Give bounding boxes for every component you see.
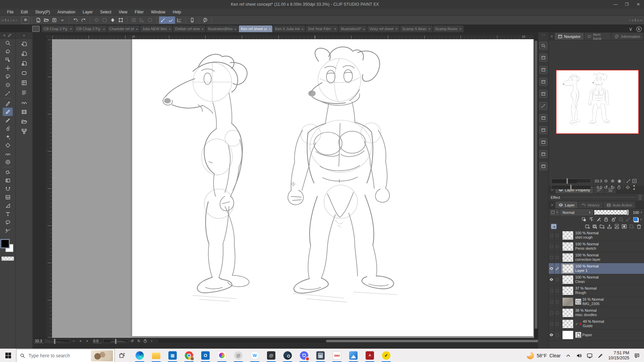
- doc-tab-charlotte-ref-she[interactable]: Charlotte ref she●: [107, 25, 140, 32]
- layer-visible-eye-icon[interactable]: [549, 329, 554, 340]
- taskbar-app-creative-cloud[interactable]: [214, 349, 230, 362]
- spiral-icon[interactable]: [21, 16, 29, 24]
- layer-hidden-eye-slot[interactable]: [549, 230, 554, 241]
- tray-overflow-chevron-icon[interactable]: [565, 353, 571, 359]
- zoom-out-icon[interactable]: −: [71, 339, 76, 343]
- tri-half-icon[interactable]: [138, 16, 146, 24]
- menu-story-p-[interactable]: Story(P): [32, 10, 54, 14]
- tab-history[interactable]: History: [578, 201, 603, 208]
- minimize-button[interactable]: —: [610, 0, 621, 9]
- taskbar-app-w-app[interactable]: W: [247, 349, 263, 362]
- taskbar-app-microsoft-store[interactable]: ⊞: [164, 349, 181, 362]
- tool-palette-menu-icon[interactable]: ≡: [4, 34, 6, 37]
- doc-tab-illustration3-[interactable]: Illustration3*●: [339, 25, 367, 32]
- collapsed-palette-3-panel-icon[interactable]: [539, 78, 547, 86]
- eraser-tool[interactable]: [3, 141, 13, 149]
- reset-rotation-icon[interactable]: [143, 339, 148, 343]
- burst-icon[interactable]: [93, 16, 101, 24]
- collapsed-palette-4-panel-icon[interactable]: [539, 90, 547, 98]
- folder-open-icon[interactable]: [42, 16, 50, 24]
- snap-curve-icon[interactable]: [167, 16, 175, 24]
- new-raster-layer-icon[interactable]: [584, 224, 590, 229]
- snap-grid-icon[interactable]: [175, 16, 183, 24]
- zoom-slider[interactable]: [45, 339, 70, 343]
- create-layer-mask-icon[interactable]: [621, 224, 627, 229]
- subtool-page-gear-icon[interactable]: [19, 49, 29, 58]
- nav-flip-vertical-icon[interactable]: ▼▲: [631, 185, 637, 190]
- vertical-scrollbar-thumb[interactable]: [535, 41, 537, 329]
- maximize-button[interactable]: ❐: [621, 0, 633, 9]
- zoom-value[interactable]: 33.3: [34, 339, 44, 343]
- taskbar-app-edge[interactable]: [131, 349, 148, 362]
- clip-to-layer-below-icon[interactable]: [581, 217, 587, 222]
- nav-zoom-actual-icon[interactable]: [626, 179, 631, 183]
- collapsed-palette-7-panel-icon[interactable]: [539, 126, 547, 134]
- rotate-left-icon[interactable]: ↺: [129, 339, 135, 343]
- airbrush-tool[interactable]: [3, 124, 13, 133]
- layer-edit-slot[interactable]: [554, 329, 560, 340]
- mini-dock-expand-icon[interactable]: ‹ ›: [542, 33, 545, 37]
- draft-layer-icon[interactable]: [596, 217, 602, 222]
- task-view-button[interactable]: [115, 349, 129, 362]
- rotation-value[interactable]: 0.0: [93, 339, 102, 343]
- subtool-film-icon[interactable]: [19, 107, 29, 117]
- weather-widget[interactable]: 58°F Clear: [527, 352, 560, 359]
- subtool-folder-open-icon[interactable]: [19, 117, 29, 126]
- navigator-rotation-slider[interactable]: [551, 185, 591, 189]
- layer-thumbnail[interactable]: [562, 264, 574, 273]
- network-icon[interactable]: [587, 353, 593, 359]
- doc-tab-scamp-x-akane[interactable]: Scamp X Akane×: [400, 25, 432, 32]
- layer-thumbnail[interactable]: [562, 275, 574, 284]
- layer-edit-slot[interactable]: [554, 318, 560, 329]
- layer-edit-slot[interactable]: [554, 296, 560, 307]
- taskbar-app-file-explorer[interactable]: [148, 349, 164, 362]
- operation-tool[interactable]: [3, 56, 13, 64]
- tab-layer[interactable]: Layer: [555, 201, 578, 208]
- search-input[interactable]: [29, 353, 79, 358]
- vertical-scrollbar[interactable]: [534, 39, 538, 338]
- apply-mask-icon[interactable]: [629, 224, 635, 229]
- rotation-slider[interactable]: [103, 339, 128, 343]
- menu-help[interactable]: Help: [169, 10, 185, 14]
- menu-animation[interactable]: Animation: [54, 10, 79, 14]
- blend-tool[interactable]: [3, 149, 13, 158]
- layer-row-rough[interactable]: 37 % NormalRough: [549, 285, 644, 296]
- decoration-tool[interactable]: [3, 133, 13, 141]
- tablet-icon[interactable]: [188, 16, 196, 24]
- move-tool[interactable]: [3, 64, 13, 72]
- menu-filter[interactable]: Filter: [131, 10, 148, 14]
- brush-tool[interactable]: [3, 116, 13, 124]
- save-icon[interactable]: [50, 16, 58, 24]
- tab-unsaved-dot-icon[interactable]: ●: [363, 28, 365, 30]
- tab-close-icon[interactable]: ×: [428, 27, 430, 31]
- tab-close-icon[interactable]: ×: [460, 27, 462, 31]
- layer-color-dropdown-icon[interactable]: ∨: [640, 218, 642, 221]
- frame-tool[interactable]: [3, 193, 13, 201]
- doc-tab-cb-chap-2-pg-63[interactable]: CB Chap 2 Pg 63×: [42, 25, 74, 32]
- layer-row-guide[interactable]: ✓×49 % NormalGuide: [549, 318, 644, 329]
- merge-with-lower-layer-icon[interactable]: [614, 224, 620, 229]
- notification-center-icon[interactable]: [634, 353, 640, 359]
- taskbar-app-steam[interactable]: [279, 349, 296, 362]
- nav-fit-window-icon[interactable]: [632, 179, 637, 183]
- enable-mask-icon[interactable]: [618, 217, 624, 222]
- wand-tool[interactable]: [3, 81, 13, 89]
- tab-navigator[interactable]: Navigator: [555, 33, 584, 40]
- collapsed-palette-0-magnifier-icon[interactable]: [539, 42, 547, 50]
- taskbar-app-acrobat[interactable]: ᆺ: [362, 349, 378, 362]
- menu-file[interactable]: File: [3, 10, 17, 14]
- taskbar-app-calculator[interactable]: [312, 349, 329, 362]
- main-color-swatch[interactable]: [1, 240, 9, 248]
- menu-window[interactable]: Window: [147, 10, 169, 14]
- doc-tab-scamp-room[interactable]: Scamp Room×: [433, 25, 463, 32]
- layer-row-correction-layer[interactable]: 100 % Normalcorrection layer: [549, 252, 644, 263]
- blend-mode-select[interactable]: Normal∨: [560, 209, 593, 215]
- transparent-color-swatch[interactable]: [1, 256, 14, 261]
- transfer-to-lower-layer-icon[interactable]: [606, 224, 612, 229]
- new-vector-layer-icon[interactable]: [592, 224, 598, 229]
- figure-tool[interactable]: [3, 201, 13, 210]
- doc-tab-delilah-ref-sheet[interactable]: Delilah ref sheet●: [173, 25, 205, 32]
- effect-spinner[interactable]: ∧∨: [638, 195, 642, 200]
- layer-thumbnail[interactable]: [562, 319, 574, 328]
- tab-unsaved-dot-icon[interactable]: ●: [235, 28, 236, 30]
